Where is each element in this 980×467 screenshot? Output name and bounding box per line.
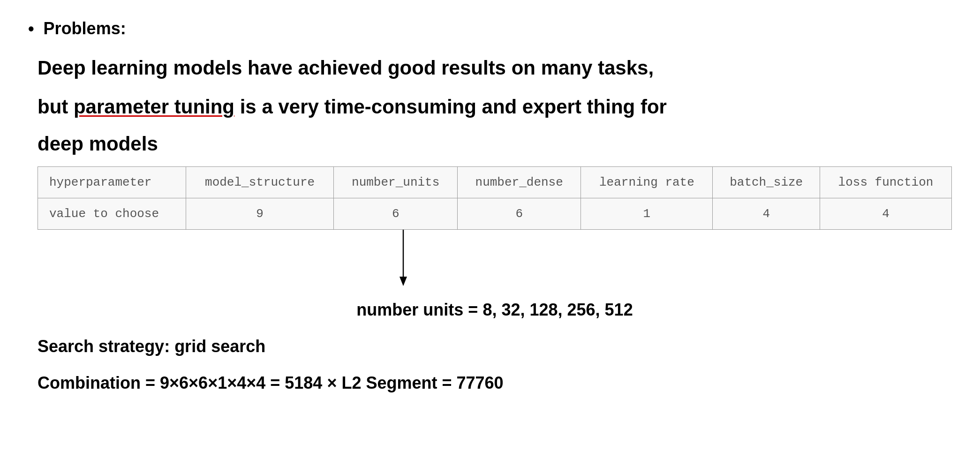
problems-header: • Problems:: [28, 19, 952, 38]
search-strategy-label: Search strategy: grid search: [38, 337, 952, 356]
row-label: value to choose: [38, 198, 186, 230]
val-number-dense: 6: [457, 198, 581, 230]
col-number-units: number_units: [334, 167, 458, 198]
val-number-units: 6: [334, 198, 458, 230]
combination-label: Combination =: [38, 373, 155, 392]
arrow-svg: [356, 230, 450, 291]
parameter-tuning-highlight: parameter tuning: [74, 96, 234, 118]
val-loss-function: 4: [820, 198, 952, 230]
headline-line1: Deep learning models have achieved good …: [38, 55, 952, 81]
arrow-area: [38, 230, 952, 291]
svg-marker-1: [400, 277, 407, 286]
hyperparameter-table-container: hyperparameter model_structure number_un…: [38, 166, 952, 291]
combination-line: Combination = 9×6×6×1×4×4 = 5184 × L2 Se…: [38, 373, 952, 393]
col-hyperparameter: hyperparameter: [38, 167, 186, 198]
bullet-dot: •: [28, 21, 34, 38]
val-learning-rate: 1: [581, 198, 713, 230]
combination-l2: L2 Segment = 77760: [341, 373, 503, 392]
col-model-structure: model_structure: [186, 167, 334, 198]
combination-formula-bold: 9×6×6×1×4×4: [160, 373, 265, 392]
combination-equals: = 5184 ×: [270, 373, 337, 392]
number-units-label: number units = 8, 32, 128, 256, 512: [38, 300, 952, 320]
main-content: Deep learning models have achieved good …: [28, 55, 952, 393]
line2-before: but: [38, 96, 74, 118]
hyperparameter-table: hyperparameter model_structure number_un…: [38, 166, 952, 230]
val-model-structure: 9: [186, 198, 334, 230]
table-header-row: hyperparameter model_structure number_un…: [38, 167, 952, 198]
col-loss-function: loss function: [820, 167, 952, 198]
deep-models-label: deep models: [38, 133, 952, 155]
col-number-dense: number_dense: [457, 167, 581, 198]
table-data-row: value to choose 9 6 6 1 4 4: [38, 198, 952, 230]
col-batch-size: batch_size: [713, 167, 820, 198]
headline-line2: but parameter tuning is a very time-cons…: [38, 94, 952, 120]
col-learning-rate: learning rate: [581, 167, 713, 198]
line2-after: is a very time-consuming and expert thin…: [234, 96, 667, 118]
problems-label: Problems:: [44, 19, 126, 38]
val-batch-size: 4: [713, 198, 820, 230]
